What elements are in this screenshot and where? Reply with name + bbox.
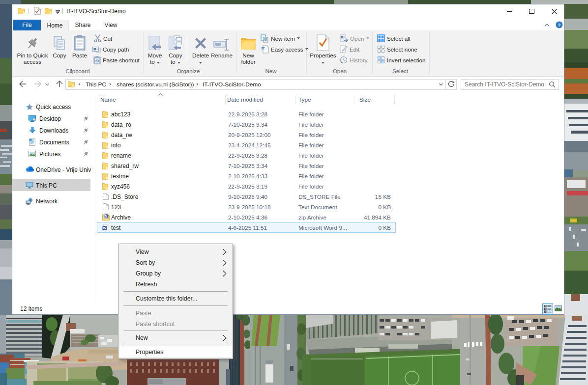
svg-text:?: ?	[558, 22, 561, 28]
svg-text:W: W	[103, 226, 106, 230]
svg-text:Z: Z	[105, 214, 107, 218]
